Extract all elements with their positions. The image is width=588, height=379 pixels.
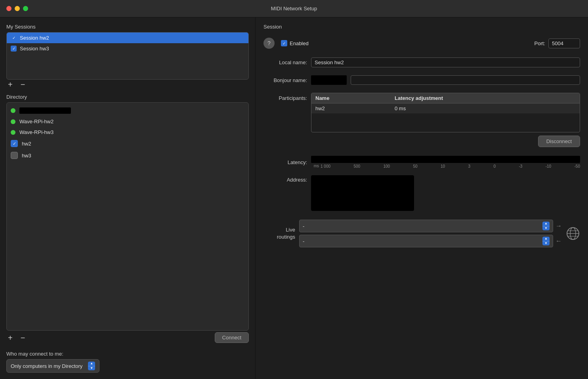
my-sessions-label: My Sessions	[6, 24, 249, 30]
participant-name-0: hw2	[315, 105, 395, 111]
routing1-stepper[interactable]: ▲ ▼	[542, 222, 550, 230]
connect-button[interactable]: Connect	[215, 332, 249, 343]
latency-scale-row: ms 1 000 500 100 50 10 3 0 -3 -10 -50	[311, 164, 580, 169]
latency-scale: 1 000 500 100 50 10 3 0 -3 -10 -50	[321, 164, 580, 168]
dir-item-3[interactable]: ✓ hw2	[11, 139, 244, 148]
routing1-select[interactable]: - ▲ ▼	[299, 220, 553, 232]
routing1-stepper-down[interactable]: ▼	[542, 226, 550, 231]
live-routings-label: Live routings	[263, 226, 295, 241]
dir-checkbox-3[interactable]: ✓	[11, 140, 18, 147]
routing1-value: -	[303, 223, 304, 229]
directory-remove-button[interactable]: −	[19, 334, 27, 342]
latency-tick-1: 500	[353, 164, 360, 168]
routing-row-2: - ▲ ▼ ←	[299, 235, 562, 247]
latency-tick-9: -50	[575, 164, 580, 168]
latency-tick-6: 0	[493, 164, 496, 168]
participants-right: Name Latency adjustment hw2 0 ms Disconn…	[311, 93, 580, 147]
participants-label: Participants:	[263, 93, 307, 101]
enabled-checkbox[interactable]: ✓	[281, 40, 287, 46]
sessions-add-button[interactable]: +	[6, 80, 14, 88]
dir-label-2: Wave-RPi-hw3	[19, 129, 53, 135]
sessions-list: ✓ Session hw2 ✓ Session hw3	[6, 32, 249, 80]
port-input[interactable]	[548, 38, 580, 48]
session-top-row: ? ✓ Enabled Port:	[263, 38, 580, 49]
address-box	[311, 175, 414, 211]
stepper-down-icon[interactable]: ▼	[88, 366, 95, 371]
bonjour-name-label: Bonjour name:	[263, 77, 307, 83]
address-row: Address:	[263, 175, 580, 211]
enabled-label: Enabled	[290, 40, 309, 46]
routing2-value: -	[303, 238, 304, 244]
session-checkbox-1[interactable]: ✓	[11, 46, 17, 52]
directory-list: Wave-RPi-hw2 Wave-RPi-hw3 ✓ hw2 hw3	[6, 102, 249, 331]
routing1-right-arrow-icon: →	[556, 222, 562, 230]
latency-bar-container: ms 1 000 500 100 50 10 3 0 -3 -10 -50	[311, 156, 580, 169]
routing2-select[interactable]: - ▲ ▼	[299, 235, 553, 247]
who-connect-section: Who may connect to me: Only computers in…	[6, 351, 249, 373]
close-button[interactable]	[6, 6, 11, 11]
bonjour-name-row: Bonjour name:	[263, 75, 580, 85]
directory-label: Directory	[6, 94, 249, 100]
minimize-button[interactable]	[15, 6, 20, 11]
col-name-header: Name	[315, 95, 395, 101]
who-connect-select-wrapper[interactable]: Only computers in my Directory ▲ ▼	[6, 359, 99, 373]
session-item-0[interactable]: ✓ Session hw2	[7, 33, 248, 43]
window-controls	[6, 6, 28, 11]
dir-label-4: hw3	[22, 153, 31, 159]
who-connect-stepper[interactable]: ▲ ▼	[88, 362, 95, 370]
sessions-add-remove-bar: + −	[6, 80, 249, 89]
participants-table: Name Latency adjustment hw2 0 ms	[311, 93, 580, 132]
latency-row: Latency: ms 1 000 500 100 50 10 3 0 -3 -…	[263, 156, 580, 169]
participants-header: Name Latency adjustment	[311, 93, 580, 103]
latency-tick-4: 10	[441, 164, 445, 168]
dir-item-4[interactable]: hw3	[11, 151, 244, 160]
local-name-label: Local name:	[263, 59, 307, 65]
routing1-stepper-up[interactable]: ▲	[542, 222, 550, 226]
disconnect-row: Disconnect	[311, 136, 580, 147]
directory-add-button[interactable]: +	[6, 334, 14, 342]
help-button[interactable]: ?	[263, 38, 275, 49]
green-dot-1	[11, 119, 15, 124]
latency-tick-7: -3	[519, 164, 522, 168]
routing2-stepper[interactable]: ▲ ▼	[542, 237, 550, 245]
dir-label-3: hw2	[22, 141, 31, 147]
latency-label: Latency:	[263, 159, 307, 165]
session-checkbox-0[interactable]: ✓	[11, 35, 17, 41]
session-label-1: Session hw3	[20, 46, 49, 52]
dir-checkbox-4[interactable]	[11, 152, 18, 159]
maximize-button[interactable]	[23, 6, 28, 11]
stepper-up-icon[interactable]: ▲	[88, 362, 95, 366]
sessions-remove-button[interactable]: −	[19, 80, 27, 88]
latency-tick-8: -10	[546, 164, 551, 168]
main-layout: My Sessions ✓ Session hw2 ✓ Session hw3 …	[0, 17, 588, 379]
local-name-row: Local name:	[263, 57, 580, 67]
local-name-input[interactable]	[311, 57, 580, 67]
disconnect-button[interactable]: Disconnect	[538, 136, 580, 147]
who-connect-label: Who may connect to me:	[6, 351, 249, 357]
dir-item-0	[11, 107, 244, 115]
latency-ms-unit: ms	[311, 164, 319, 168]
routing2-stepper-down[interactable]: ▼	[542, 241, 550, 246]
dir-item-2: Wave-RPi-hw3	[11, 128, 244, 136]
session-label-0: Session hw2	[20, 35, 49, 41]
directory-section: Directory Wave-RPi-hw2 Wave-RPi-hw3	[6, 94, 249, 345]
live-routings-section: Live routings - ▲ ▼ → -	[263, 220, 580, 247]
session-section-title: Session	[263, 24, 580, 30]
latency-tick-2: 100	[383, 164, 390, 168]
window-title: MIDI Network Setup	[271, 6, 317, 11]
participant-latency-0: 0 ms	[395, 105, 576, 111]
enabled-row: ✓ Enabled	[281, 40, 309, 46]
right-panel: Session ? ✓ Enabled Port: Local name: Bo…	[256, 17, 588, 379]
dir-label-1: Wave-RPi-hw2	[19, 119, 53, 124]
routing-row-1: - ▲ ▼ →	[299, 220, 562, 232]
routing2-stepper-up[interactable]: ▲	[542, 237, 550, 241]
bonjour-black-bar	[311, 75, 347, 85]
globe-icon	[566, 226, 580, 241]
who-connect-value: Only computers in my Directory	[11, 363, 82, 369]
session-item-1[interactable]: ✓ Session hw3	[7, 43, 248, 54]
bonjour-input-area[interactable]	[351, 75, 580, 85]
latency-tick-5: 3	[468, 164, 471, 168]
participants-area: Participants: Name Latency adjustment hw…	[263, 93, 580, 147]
participants-row-0: hw2 0 ms	[311, 103, 580, 113]
port-row: Port:	[535, 38, 580, 48]
